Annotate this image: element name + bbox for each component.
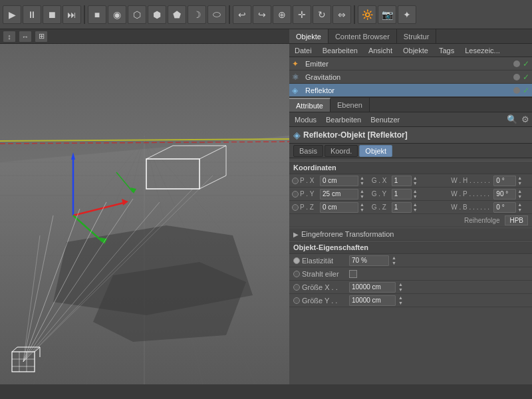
attr-modus[interactable]: Modus bbox=[292, 115, 319, 124]
emitter-dot bbox=[513, 61, 520, 67]
toolbar-pause[interactable]: ⏸ bbox=[23, 5, 41, 24]
obj-row-gravitation[interactable]: ⚛ Gravitation ✓ bbox=[289, 70, 532, 84]
obj-row-emitter[interactable]: ✦ Emitter ✓ bbox=[289, 57, 532, 70]
viewport[interactable]: ↕ ↔ ⊞ bbox=[0, 29, 289, 384]
coord-py-spin[interactable]: ▲▼ bbox=[360, 189, 364, 200]
menu-datei[interactable]: Datei bbox=[292, 46, 315, 55]
coord-wp-spin[interactable]: ▲▼ bbox=[517, 189, 522, 200]
gravitation-check[interactable]: ✓ bbox=[523, 72, 529, 82]
gravitation-dot bbox=[513, 74, 520, 80]
elastizitaet-radio[interactable] bbox=[293, 257, 300, 264]
coord-py-input[interactable] bbox=[320, 189, 358, 200]
coord-wb-label: W . B . . . . . . bbox=[451, 203, 492, 211]
toolbar-cone[interactable]: ⬡ bbox=[128, 5, 146, 24]
frozen-section[interactable]: ▶ Eingefrorene Transformation bbox=[289, 227, 532, 241]
coord-gz-spin[interactable]: ▲▼ bbox=[413, 202, 418, 213]
toolbar-undo[interactable]: ↩ bbox=[233, 5, 251, 24]
menu-bearbeiten[interactable]: Bearbeiten bbox=[320, 46, 360, 55]
sub-tab-basis[interactable]: Basis bbox=[293, 145, 323, 157]
coord-wp-input[interactable] bbox=[493, 189, 516, 200]
coord-px-input[interactable] bbox=[320, 176, 358, 186]
toolbar-cylinder[interactable]: ⬢ bbox=[148, 5, 166, 24]
coord-wh-spin[interactable]: ▲▼ bbox=[517, 176, 522, 186]
coord-pz-input[interactable] bbox=[320, 202, 358, 213]
toolbar-move[interactable]: ✛ bbox=[293, 5, 311, 24]
coord-wh-group: W . H . . . . . . ▲▼ bbox=[451, 176, 529, 186]
coord-gx-input[interactable] bbox=[392, 176, 412, 186]
toolbar-sphere[interactable]: ◉ bbox=[108, 5, 126, 24]
toolbar-plane[interactable]: ⬟ bbox=[168, 5, 186, 24]
toolbar-scale[interactable]: ⇔ bbox=[332, 5, 351, 24]
obj-title-icon: ◈ bbox=[293, 130, 301, 140]
coord-px-radio[interactable] bbox=[292, 178, 299, 184]
strahlt-label: Strahlt eiler bbox=[293, 270, 346, 278]
coord-py-radio[interactable] bbox=[292, 191, 299, 198]
toolbar-cube[interactable]: ■ bbox=[88, 5, 106, 24]
coord-px-spin[interactable]: ▲▼ bbox=[360, 176, 364, 186]
coord-gy-spin[interactable]: ▲▼ bbox=[413, 189, 418, 200]
coord-wb-spin[interactable]: ▲▼ bbox=[517, 202, 522, 213]
toolbar-redo[interactable]: ↪ bbox=[253, 5, 271, 24]
toolbar-stop[interactable]: ⏹ bbox=[43, 5, 61, 24]
strahlt-checkbox[interactable] bbox=[349, 270, 357, 278]
tab-objekte[interactable]: Objekte bbox=[289, 29, 329, 43]
coord-row-y: P . Y ▲▼ G . Y ▲▼ W . P . . . . . . ▲▼ bbox=[289, 188, 532, 201]
tab-ebenen[interactable]: Ebenen bbox=[331, 98, 370, 112]
toolbar-select[interactable]: ⊕ bbox=[273, 5, 291, 24]
main-toolbar: ▶ ⏸ ⏹ ⏭ ■ ◉ ⬡ ⬢ ⬟ ☽ ⬭ ↩ ↪ ⊕ ✛ ↻ ⇔ 🔆 📷 ✦ bbox=[0, 0, 532, 29]
elastizitaet-spin[interactable]: ▲▼ bbox=[392, 255, 396, 266]
sub-tab-objekt[interactable]: Objekt bbox=[359, 145, 392, 157]
attr-search-icon[interactable]: 🔍 bbox=[507, 114, 517, 124]
coord-gy-input[interactable] bbox=[392, 189, 412, 200]
menu-ansicht[interactable]: Ansicht bbox=[366, 46, 395, 55]
toolbar-rotate[interactable]: ↻ bbox=[313, 5, 331, 24]
attr-benutzer[interactable]: Benutzer bbox=[368, 115, 402, 124]
sub-tab-koord[interactable]: Koord. bbox=[325, 145, 358, 157]
attr-settings-icon[interactable]: ⚙ bbox=[521, 114, 529, 124]
frozen-arrow: ▶ bbox=[293, 231, 299, 238]
vp-resize-icon[interactable]: ↔ bbox=[19, 31, 32, 43]
coord-gx-spin[interactable]: ▲▼ bbox=[413, 176, 418, 186]
coord-wb-group: W . B . . . . . . ▲▼ bbox=[451, 202, 529, 213]
coord-pz-spin[interactable]: ▲▼ bbox=[360, 202, 364, 213]
emitter-check[interactable]: ✓ bbox=[523, 59, 529, 68]
reihenfolge-val[interactable]: HPB bbox=[505, 215, 528, 225]
groesse-y-radio[interactable] bbox=[293, 297, 300, 304]
coord-wh-input[interactable] bbox=[493, 176, 516, 186]
toolbar-play[interactable]: ▶ bbox=[3, 5, 21, 24]
coord-gz-input[interactable] bbox=[392, 202, 412, 213]
attr-bearbeiten[interactable]: Bearbeiten bbox=[323, 115, 364, 124]
toolbar-camera[interactable]: 📷 bbox=[378, 5, 396, 24]
vp-move-icon[interactable]: ↕ bbox=[3, 31, 16, 43]
sep2 bbox=[229, 5, 230, 24]
groesse-x-spin[interactable]: ▲▼ bbox=[398, 282, 403, 293]
reflektor-check[interactable]: ✓ bbox=[523, 86, 529, 95]
toolbar-light[interactable]: 🔆 bbox=[358, 5, 376, 24]
obj-row-reflektor[interactable]: ◈ Reflektor ✓ bbox=[289, 84, 532, 97]
menu-objekte[interactable]: Objekte bbox=[400, 46, 431, 55]
groesse-y-spin[interactable]: ▲▼ bbox=[398, 295, 403, 306]
toolbar-particle[interactable]: ✦ bbox=[398, 5, 416, 24]
groesse-y-input[interactable] bbox=[349, 295, 396, 306]
toolbar-capsule[interactable]: ⬭ bbox=[207, 5, 226, 24]
groesse-x-radio[interactable] bbox=[293, 284, 300, 291]
tab-content-browser[interactable]: Content Browser bbox=[329, 29, 397, 43]
tab-attribute[interactable]: Attribute bbox=[289, 98, 331, 112]
menu-tags[interactable]: Tags bbox=[436, 46, 457, 55]
toolbar-skipend[interactable]: ⏭ bbox=[63, 5, 81, 24]
prop-elastizitaet: Elastizität ▲▼ bbox=[289, 254, 532, 267]
tab-struktur[interactable]: Struktur bbox=[397, 29, 437, 43]
menu-lesezeichen[interactable]: Lesezeic... bbox=[462, 46, 503, 55]
reihenfolge-row: Reihenfolge HPB bbox=[289, 214, 532, 227]
elastizitaet-label: Elastizität bbox=[293, 257, 346, 265]
strahlt-radio[interactable] bbox=[293, 271, 300, 277]
coord-py-group: P . Y ▲▼ bbox=[292, 189, 370, 200]
coord-pz-radio[interactable] bbox=[292, 204, 299, 211]
elastizitaet-input[interactable] bbox=[349, 255, 389, 266]
coord-wb-input[interactable] bbox=[493, 202, 516, 213]
vp-grid-icon[interactable]: ⊞ bbox=[35, 31, 48, 43]
toolbar-torus[interactable]: ☽ bbox=[188, 5, 206, 24]
groesse-x-input[interactable] bbox=[349, 282, 396, 293]
emitter-icon: ✦ bbox=[292, 59, 303, 68]
prop-strahlt-eiler: Strahlt eiler bbox=[289, 267, 532, 281]
